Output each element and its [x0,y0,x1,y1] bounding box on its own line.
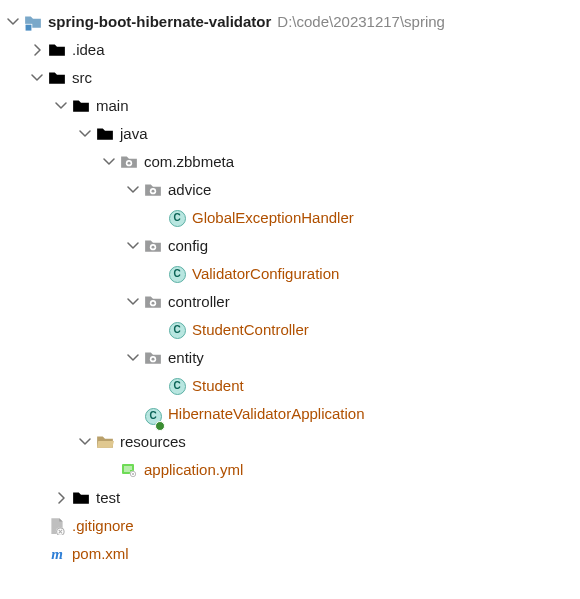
source-folder-icon [96,126,114,142]
class-icon: C [168,378,186,394]
package-icon [120,154,138,170]
gitignore-icon [48,518,66,534]
folder-label: src [72,64,92,92]
folder-icon [72,98,90,114]
class-icon: C [168,210,186,226]
chevron-down-icon[interactable] [100,153,118,171]
tree-row-main[interactable]: main [4,92,576,120]
file-label: pom.xml [72,540,129,568]
tree-row-idea[interactable]: .idea [4,36,576,64]
chevron-down-icon[interactable] [124,237,142,255]
yaml-icon [120,462,138,478]
class-icon: C [168,322,186,338]
package-icon [144,238,162,254]
maven-icon: m [48,546,66,562]
chevron-right-icon[interactable] [52,489,70,507]
folder-icon [72,490,90,506]
folder-label: .idea [72,36,105,64]
project-path: D:\code\20231217\spring [277,8,445,36]
tree-row-advice[interactable]: advice [4,176,576,204]
package-label: advice [168,176,211,204]
tree-row-config[interactable]: config [4,232,576,260]
tree-row-class-vc[interactable]: C ValidatorConfiguration [4,260,576,288]
tree-row-package[interactable]: com.zbbmeta [4,148,576,176]
file-label: .gitignore [72,512,134,540]
package-label: entity [168,344,204,372]
chevron-down-icon[interactable] [124,349,142,367]
folder-label: resources [120,428,186,456]
package-label: com.zbbmeta [144,148,234,176]
tree-row-appyml[interactable]: application.yml [4,456,576,484]
class-label: ValidatorConfiguration [192,260,339,288]
tree-row-java[interactable]: java [4,120,576,148]
project-name: spring-boot-hibernate-validator [48,8,271,36]
chevron-down-icon[interactable] [76,125,94,143]
tree-row-class-sc[interactable]: C StudentController [4,316,576,344]
folder-label: test [96,484,120,512]
tree-row-pom[interactable]: m pom.xml [4,540,576,568]
chevron-down-icon[interactable] [76,433,94,451]
class-label: StudentController [192,316,309,344]
package-icon [144,294,162,310]
module-folder-icon [24,14,42,30]
chevron-down-icon[interactable] [28,69,46,87]
tree-row-class-geh[interactable]: C GlobalExceptionHandler [4,204,576,232]
package-label: config [168,232,208,260]
resources-folder-icon [96,434,114,450]
tree-row-controller[interactable]: controller [4,288,576,316]
file-label: application.yml [144,456,243,484]
package-icon [144,182,162,198]
package-icon [144,350,162,366]
class-label: HibernateValidatorApplication [168,400,365,428]
class-label: GlobalExceptionHandler [192,204,354,232]
chevron-down-icon[interactable] [52,97,70,115]
tree-row-gitignore[interactable]: .gitignore [4,512,576,540]
tree-row-root[interactable]: spring-boot-hibernate-validator D:\code\… [4,8,576,36]
folder-label: main [96,92,129,120]
class-label: Student [192,372,244,400]
tree-row-class-hva[interactable]: C HibernateValidatorApplication [4,400,576,428]
tree-row-entity[interactable]: entity [4,344,576,372]
chevron-right-icon[interactable] [28,41,46,59]
folder-label: java [120,120,148,148]
folder-icon [48,42,66,58]
chevron-down-icon[interactable] [124,181,142,199]
tree-row-resources[interactable]: resources [4,428,576,456]
chevron-down-icon[interactable] [4,13,22,31]
tree-row-src[interactable]: src [4,64,576,92]
folder-icon [48,70,66,86]
chevron-down-icon[interactable] [124,293,142,311]
tree-row-class-student[interactable]: C Student [4,372,576,400]
class-icon: C [168,266,186,282]
package-label: controller [168,288,230,316]
tree-row-test[interactable]: test [4,484,576,512]
runnable-class-icon: C [144,406,162,422]
